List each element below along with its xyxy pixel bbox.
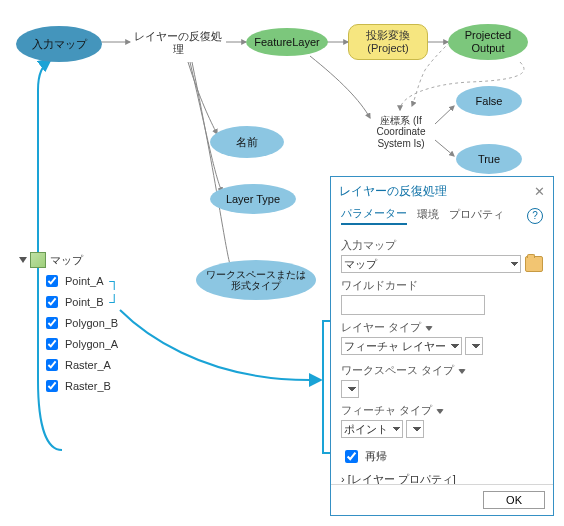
chevron-down-icon[interactable] bbox=[458, 369, 466, 374]
tree-item-point-a[interactable]: Point_A┐ bbox=[42, 272, 180, 290]
chevron-down-icon[interactable] bbox=[436, 409, 444, 414]
node-project-tool[interactable]: 投影変換 (Project) bbox=[348, 24, 428, 60]
help-icon[interactable]: ? bbox=[527, 208, 543, 224]
tree-item-label: Point_B bbox=[65, 296, 104, 308]
tree-item-label: Raster_B bbox=[65, 380, 111, 392]
node-iterate-layers[interactable]: レイヤーの反復処 理 bbox=[128, 24, 228, 62]
layer-type-select[interactable]: フィーチャ レイヤー bbox=[341, 337, 462, 355]
tree-checkbox[interactable] bbox=[46, 338, 58, 350]
tree-checkbox[interactable] bbox=[46, 275, 58, 287]
node-input-map[interactable]: 入力マップ bbox=[16, 26, 102, 62]
group-bracket-icon: ┐ bbox=[110, 273, 120, 289]
tree-root-label: マップ bbox=[50, 253, 83, 268]
recurse-checkbox[interactable] bbox=[345, 450, 358, 463]
tree-item-polygon-a[interactable]: Polygon_A bbox=[42, 335, 180, 353]
tree-item-raster-a[interactable]: Raster_A bbox=[42, 356, 180, 374]
tab-parameters[interactable]: パラメーター bbox=[341, 206, 407, 225]
tree-item-label: Polygon_B bbox=[65, 317, 118, 329]
tree-checkbox[interactable] bbox=[46, 317, 58, 329]
tab-properties[interactable]: プロパティ bbox=[449, 207, 504, 224]
feature-type-select-extra[interactable] bbox=[406, 420, 424, 438]
field-label-workspace-type: ワークスペース タイプ bbox=[341, 364, 454, 378]
field-label-input-map: 入力マップ bbox=[341, 239, 543, 253]
node-if-coordinate-system[interactable]: 座標系 (If Coordinate System Is) bbox=[356, 100, 446, 164]
feature-type-select[interactable]: ポイント bbox=[341, 420, 403, 438]
group-bracket-icon: ┘ bbox=[110, 294, 120, 310]
tree-checkbox[interactable] bbox=[46, 380, 58, 392]
tree-item-label: Point_A bbox=[65, 275, 104, 287]
tree-item-raster-b[interactable]: Raster_B bbox=[42, 377, 180, 395]
field-label-feature-type: フィーチャ タイプ bbox=[341, 404, 432, 418]
ok-button[interactable]: OK bbox=[483, 491, 545, 509]
node-projected-output[interactable]: Projected Output bbox=[448, 24, 528, 60]
tree-item-polygon-b[interactable]: Polygon_B bbox=[42, 314, 180, 332]
tree-item-label: Polygon_A bbox=[65, 338, 118, 350]
workspace-type-select[interactable] bbox=[341, 380, 359, 398]
tree-root[interactable]: マップ bbox=[20, 252, 180, 268]
recurse-label: 再帰 bbox=[365, 449, 387, 464]
field-label-layer-type: レイヤー タイプ bbox=[341, 321, 421, 335]
node-layer-type[interactable]: Layer Type bbox=[210, 184, 296, 214]
layer-type-select-extra[interactable] bbox=[465, 337, 483, 355]
expand-icon[interactable] bbox=[19, 257, 27, 263]
node-false[interactable]: False bbox=[456, 86, 522, 116]
close-icon[interactable]: ✕ bbox=[534, 184, 545, 199]
node-name[interactable]: 名前 bbox=[210, 126, 284, 158]
tree-checkbox[interactable] bbox=[46, 359, 58, 371]
chevron-down-icon[interactable] bbox=[425, 326, 433, 331]
input-map-select[interactable]: マップ bbox=[341, 255, 521, 273]
layer-properties-expander[interactable]: › [レイヤー プロパティ] bbox=[341, 472, 543, 484]
tree-item-point-b[interactable]: Point_B┘ bbox=[42, 293, 180, 311]
map-icon bbox=[30, 252, 46, 268]
folder-icon[interactable] bbox=[525, 256, 543, 272]
properties-panel: レイヤーの反復処理 ✕ パラメーター 環境 プロパティ ? 入力マップ マップ … bbox=[330, 176, 554, 516]
layer-tree: マップ Point_A┐ Point_B┘ Polygon_B Polygon_… bbox=[20, 252, 180, 398]
node-true[interactable]: True bbox=[456, 144, 522, 174]
panel-tabs: パラメーター 環境 プロパティ ? bbox=[331, 206, 553, 229]
tab-environment[interactable]: 環境 bbox=[417, 207, 439, 224]
field-label-wildcard: ワイルドカード bbox=[341, 279, 543, 293]
tree-item-label: Raster_A bbox=[65, 359, 111, 371]
node-feature-layer[interactable]: FeatureLayer bbox=[246, 28, 328, 56]
node-workspace-or-format[interactable]: ワークスペースまたは 形式タイプ bbox=[196, 260, 316, 300]
tree-checkbox[interactable] bbox=[46, 296, 58, 308]
wildcard-input[interactable] bbox=[341, 295, 485, 315]
panel-title: レイヤーの反復処理 bbox=[339, 183, 447, 200]
